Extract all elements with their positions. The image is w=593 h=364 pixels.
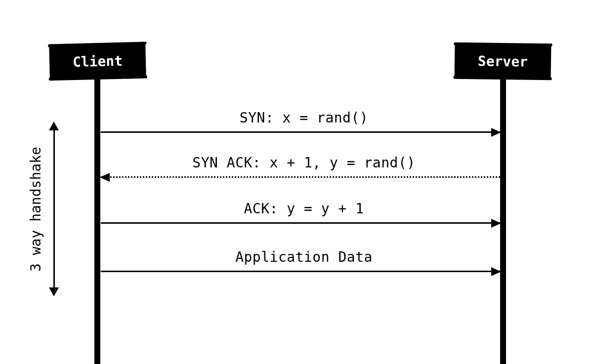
- client-lifeline: [94, 77, 100, 364]
- message-4-arrow: [101, 271, 500, 272]
- message-1-label: SYN: x = rand(): [104, 110, 504, 126]
- message-2-label: SYN ACK: x + 1, y = rand(): [104, 155, 504, 171]
- arrowhead-left-icon: [100, 173, 110, 182]
- sequence-diagram: Client Server SYN: x = rand() SYN ACK: x…: [0, 0, 593, 364]
- message-4-label: Application Data: [104, 249, 504, 265]
- arrowhead-right-icon: [491, 267, 501, 276]
- bracket-arrowhead-bottom-icon: [49, 287, 59, 296]
- client-label: Client: [73, 52, 123, 70]
- arrowhead-right-icon: [491, 128, 501, 137]
- message-3-arrow: [101, 222, 500, 224]
- message-2-arrow: [101, 176, 500, 178]
- arrow-shaft: [101, 222, 500, 224]
- bracket-line: [53, 128, 55, 290]
- client-participant-box: Client: [49, 43, 146, 80]
- message-3-label: ACK: y = y + 1: [104, 201, 504, 217]
- arrow-shaft: [101, 131, 500, 133]
- arrow-shaft: [101, 271, 500, 272]
- server-participant-box: Server: [455, 44, 551, 79]
- arrowhead-right-icon: [491, 219, 501, 228]
- arrow-shaft: [101, 176, 500, 178]
- message-1-arrow: [101, 131, 500, 133]
- bracket-label: 3 way handshake: [28, 147, 44, 272]
- server-label: Server: [478, 53, 528, 70]
